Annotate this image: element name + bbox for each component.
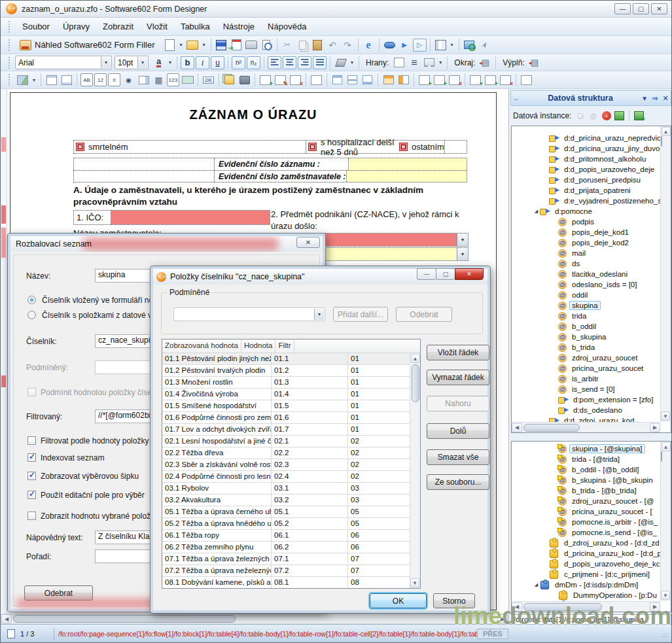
tree-item-label[interactable]: pricina_urazu_soucet bbox=[569, 364, 646, 373]
cell-display-value[interactable]: 08.1 Dobývání kamene, písků a jíl bbox=[162, 577, 272, 588]
cell-value[interactable]: 01.3 bbox=[272, 377, 348, 388]
tree-item[interactable]: is_arbitr bbox=[512, 374, 660, 384]
tree-item-label[interactable]: d:d_zdroj_urazu_kod bbox=[561, 416, 637, 422]
paste-icon[interactable] bbox=[311, 39, 325, 52]
tree-item[interactable]: tlacitka_odeslani bbox=[512, 269, 660, 279]
column-header[interactable]: Zobrazovaná hodnota bbox=[162, 339, 241, 353]
tree-item-label[interactable]: b_oddil bbox=[569, 322, 599, 331]
tree-item[interactable]: popis_deje_kod2 bbox=[512, 237, 660, 248]
border-style-icon[interactable] bbox=[422, 56, 436, 69]
tree-item[interactable]: d:d_pricina_urazu_jiny_duvo bbox=[512, 143, 660, 154]
tree-item[interactable]: trida bbox=[512, 311, 660, 321]
scroll-left-icon[interactable]: ◀ bbox=[512, 423, 522, 432]
cell-value[interactable]: 01.1 bbox=[272, 353, 348, 364]
table-row[interactable]: 01.2 Pěstování trvalých plodin 01.2 01 bbox=[162, 365, 420, 377]
structure-view-icon[interactable] bbox=[614, 111, 625, 121]
underline-icon[interactable] bbox=[211, 56, 224, 69]
table-row[interactable]: 08.1 Dobývání kamene, písků a jíl 08.1 0… bbox=[162, 577, 420, 588]
ok-button[interactable]: OK bbox=[370, 593, 427, 608]
row-add-icon[interactable] bbox=[433, 73, 446, 86]
tree-item-label[interactable]: DummyOperation - [p:Du bbox=[571, 591, 660, 600]
cell-value[interactable]: 05.1 bbox=[272, 506, 348, 517]
radio-ciselnik-data[interactable] bbox=[27, 311, 36, 319]
scroll-up-icon[interactable]: ▲ bbox=[411, 354, 420, 363]
dropdown-arrow-icon[interactable] bbox=[437, 56, 444, 69]
scroll-thumb[interactable] bbox=[661, 136, 662, 147]
panel-header[interactable]: Datová struktura ▾ ✕ bbox=[510, 90, 671, 106]
field-ok-icon[interactable] bbox=[202, 73, 215, 86]
cell-value[interactable]: 01.6 bbox=[272, 412, 348, 423]
add-comment-icon[interactable] bbox=[575, 111, 586, 121]
chevron-down-icon[interactable]: ▾ bbox=[101, 57, 111, 68]
cell-value[interactable]: 06.1 bbox=[272, 530, 348, 541]
pridat-dalsi-button[interactable]: Přidat další... bbox=[333, 307, 388, 322]
tree-item-label[interactable]: trida - [@trida] bbox=[569, 455, 622, 464]
tree-item[interactable]: b_skupina - [@b_skupin bbox=[512, 475, 660, 485]
chevron-down-icon[interactable]: ▾ bbox=[639, 94, 650, 103]
tree-item-label[interactable]: skupina bbox=[569, 301, 601, 310]
cell-value[interactable]: 08.1 bbox=[272, 577, 348, 588]
tree-item-label[interactable]: popis_deje_kod1 bbox=[569, 228, 631, 237]
tree-item-label[interactable]: skupina - [@skupina] bbox=[569, 444, 645, 453]
tree-vscrollbar[interactable]: ▲ ▼ bbox=[660, 442, 671, 601]
tree-item-label[interactable]: d:d_poruseni_predpisu bbox=[561, 175, 643, 184]
preview-button[interactable]: Náhled Software602 Form Filler bbox=[15, 39, 160, 52]
row-delete-icon[interactable] bbox=[448, 73, 461, 86]
cell-filter[interactable]: 02 bbox=[348, 459, 411, 470]
tree-item-label[interactable]: d:d_popis_urazoveho_deje bbox=[561, 165, 657, 174]
cell-display-value[interactable]: 02.1 Lesní hospodářství a jiné čini bbox=[162, 436, 272, 447]
tree-item[interactable]: d_pricina_urazu_kod - [d:d_p bbox=[512, 548, 660, 559]
cell-filter[interactable]: 03 bbox=[348, 495, 411, 506]
close-button[interactable]: ✕ bbox=[296, 237, 320, 248]
cell-value[interactable]: 01.5 bbox=[272, 400, 348, 411]
table-edit-icon[interactable] bbox=[274, 73, 287, 86]
tree-item-label[interactable]: zdroj_urazu_soucet bbox=[569, 353, 640, 362]
menu-item[interactable]: Zobrazit bbox=[96, 19, 140, 34]
cell-display-value[interactable]: 01.6 Podpůrné činnosti pro zeměd bbox=[162, 412, 272, 423]
pointer-icon[interactable] bbox=[478, 39, 491, 52]
tree-item[interactable]: b_trida - [@b_trida] bbox=[512, 485, 660, 496]
font-size-select[interactable]: 10pt ▾ bbox=[115, 56, 149, 69]
subscript-icon[interactable] bbox=[247, 56, 260, 69]
cell-value[interactable]: 01.2 bbox=[272, 365, 348, 376]
dropdown-arrow-icon[interactable] bbox=[167, 56, 173, 69]
field-ab-icon[interactable]: AB bbox=[80, 73, 93, 86]
align-justify-icon[interactable] bbox=[313, 56, 327, 69]
table-row[interactable]: 01.3 Množení rostlin 01.3 01 bbox=[162, 377, 420, 389]
row-height-icon[interactable] bbox=[381, 73, 395, 86]
open-folder-icon[interactable] bbox=[186, 39, 200, 52]
tree-item[interactable]: odeslano_isds = [0] bbox=[512, 279, 660, 290]
maximize-button[interactable]: ▢ bbox=[633, 3, 649, 14]
tree-hscrollbar[interactable]: ◀ ▶ bbox=[512, 422, 660, 432]
tree-item[interactable]: d:d_poruseni_predpisu bbox=[512, 175, 660, 185]
tree-item[interactable]: d:d_popis_urazoveho_deje bbox=[512, 164, 660, 175]
arrow-left-icon[interactable] bbox=[511, 94, 522, 102]
chevron-down-icon[interactable]: ▾ bbox=[137, 57, 147, 68]
tree-item-label[interactable]: trida bbox=[569, 311, 589, 321]
chevron-down-icon[interactable]: ▾ bbox=[457, 248, 468, 260]
cell-value[interactable]: 05.2 bbox=[272, 518, 348, 529]
tree-item-label[interactable]: is_arbitr bbox=[569, 374, 601, 383]
cell-filter[interactable]: 05 bbox=[348, 518, 411, 529]
tree-item[interactable]: d_popis_urazoveho_deje_kc bbox=[512, 559, 660, 569]
dropdown-arrow-icon[interactable] bbox=[449, 39, 455, 52]
cell-filter[interactable]: 02 bbox=[348, 471, 411, 482]
table-row[interactable]: 01.5 Smíšené hospodářství 01.5 01 bbox=[162, 400, 420, 412]
cell-display-value[interactable]: 02.2 Těžba dřeva bbox=[162, 447, 272, 459]
tree-item[interactable]: b_oddil - [@b_oddil] bbox=[512, 464, 660, 475]
tree-item-label[interactable]: b_trida bbox=[569, 343, 597, 352]
indexovat-checkbox[interactable] bbox=[27, 453, 36, 462]
cell-filter[interactable]: 01 bbox=[348, 424, 411, 435]
scroll-up-icon[interactable]: ▲ bbox=[662, 442, 671, 451]
tree-item-label[interactable]: d_popis_urazoveho_deje_kc bbox=[561, 559, 660, 568]
field-oval-icon[interactable] bbox=[383, 39, 397, 52]
field-combo-icon[interactable] bbox=[137, 73, 150, 86]
font-family-select[interactable]: Arial ▾ bbox=[15, 56, 112, 69]
merge-cells-icon[interactable] bbox=[520, 73, 533, 86]
align-left-icon[interactable] bbox=[268, 56, 281, 69]
border-none-icon[interactable] bbox=[392, 56, 406, 69]
cell-display-value[interactable]: 05.2 Těžba a úprava hnědého uhl bbox=[162, 518, 272, 529]
document-hscrollbar[interactable]: ◀ ▶ bbox=[1, 614, 508, 624]
table-action-button[interactable]: Ze souboru... bbox=[427, 474, 489, 490]
para-below-icon[interactable] bbox=[60, 73, 73, 86]
